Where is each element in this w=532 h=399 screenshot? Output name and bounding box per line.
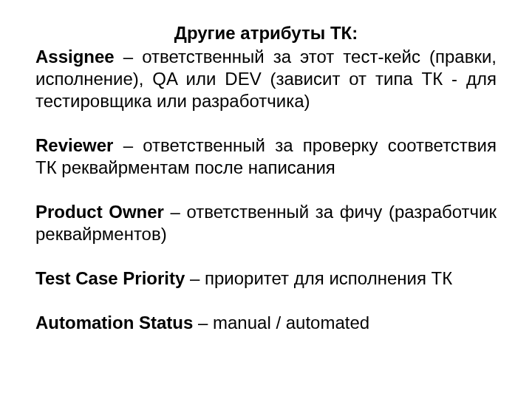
attribute-description: – manual / automated <box>193 313 369 332</box>
attribute-term: Test Case Priority <box>35 268 185 288</box>
attribute-description: – приоритет для исполнения ТК <box>185 268 452 288</box>
section-title: Другие атрибуты ТК: <box>35 22 497 44</box>
attribute-entry: Test Case Priority – приоритет для испол… <box>35 267 497 290</box>
attribute-term: Assignee <box>35 47 115 66</box>
attribute-term: Reviewer <box>35 135 113 155</box>
attribute-entry: Product Owner – ответственный за фичу (р… <box>35 201 497 245</box>
attribute-entry: Automation Status – manual / automated <box>35 312 497 334</box>
attribute-term: Automation Status <box>35 313 193 332</box>
attribute-entry: Reviewer – ответственный за проверку соо… <box>35 134 497 179</box>
attribute-term: Product Owner <box>35 202 164 222</box>
attribute-entry: Assignee – ответственный за этот тест-ке… <box>35 46 497 112</box>
